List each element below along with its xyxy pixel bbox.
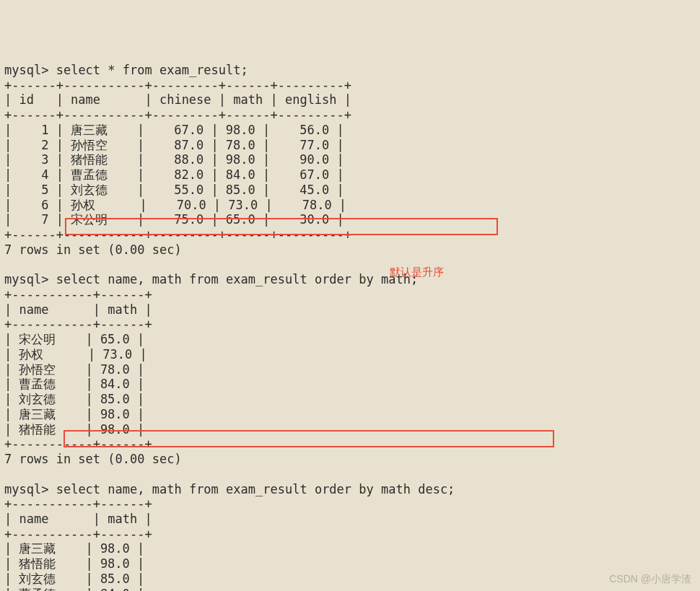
table3-row: | 刘玄德 | 85.0 | — [4, 572, 144, 586]
mysql-prompt: mysql> — [4, 63, 48, 77]
terminal-output: mysql> select * from exam_result; +-----… — [4, 63, 696, 591]
table2-row: | 孙悟空 | 78.0 | — [4, 362, 144, 377]
table2-row: | 刘玄德 | 85.0 | — [4, 392, 144, 406]
mysql-prompt: mysql> — [4, 482, 48, 496]
table1-status: 7 rows in set (0.00 sec) — [4, 242, 182, 257]
table1-row: | 3 | 猪悟能 | 88.0 | 98.0 | 90.0 | — [4, 152, 344, 167]
table2-border-mid: +-----------+------+ — [4, 317, 152, 331]
sql-query-3: select name, math from exam_result order… — [56, 482, 455, 496]
sql-query-1: select * from exam_result; — [56, 63, 248, 77]
table3-border-mid: +-----------+------+ — [4, 527, 152, 541]
table2-row: | 孙权 | 73.0 | — [4, 347, 147, 362]
table3-row: | 唐三藏 | 98.0 | — [4, 541, 144, 556]
table1-row: | 1 | 唐三藏 | 67.0 | 98.0 | 56.0 | — [4, 123, 344, 137]
annotation-text: 默认是升序 — [390, 266, 444, 279]
table2-row: | 曹孟德 | 84.0 | — [4, 377, 144, 391]
table1-header: | id | name | chinese | math | english | — [4, 92, 351, 107]
highlight-box-query2 — [65, 218, 498, 235]
table1-row: | 4 | 曹孟德 | 82.0 | 84.0 | 67.0 | — [4, 167, 344, 182]
table2-status: 7 rows in set (0.00 sec) — [4, 452, 182, 466]
watermark-text: CSDN @小唐学渣 — [609, 573, 691, 585]
table1-row: | 2 | 孙悟空 | 87.0 | 78.0 | 77.0 | — [4, 138, 344, 152]
table3-row: | 猪悟能 | 98.0 | — [4, 556, 144, 571]
table2-row: | 唐三藏 | 98.0 | — [4, 407, 144, 421]
table1-border-mid: +------+-----------+---------+------+---… — [4, 108, 351, 122]
highlight-box-query3 — [64, 430, 554, 447]
table2-border-top: +-----------+------+ — [4, 287, 152, 302]
table2-header: | name | math | — [4, 302, 152, 317]
table3-border-top: +-----------+------+ — [4, 496, 152, 511]
table1-row: | 6 | 孙权 | 70.0 | 73.0 | 78.0 | — [4, 198, 346, 212]
table3-row: | 曹孟德 | 84.0 | — [4, 587, 144, 591]
table1-row: | 5 | 刘玄德 | 55.0 | 85.0 | 45.0 | — [4, 183, 344, 197]
table1-border-top: +------+-----------+---------+------+---… — [4, 78, 351, 92]
table3-header: | name | math | — [4, 512, 152, 526]
table2-row: | 宋公明 | 65.0 | — [4, 332, 144, 346]
mysql-prompt: mysql> — [4, 272, 48, 286]
sql-query-2: select name, math from exam_result order… — [56, 272, 419, 286]
